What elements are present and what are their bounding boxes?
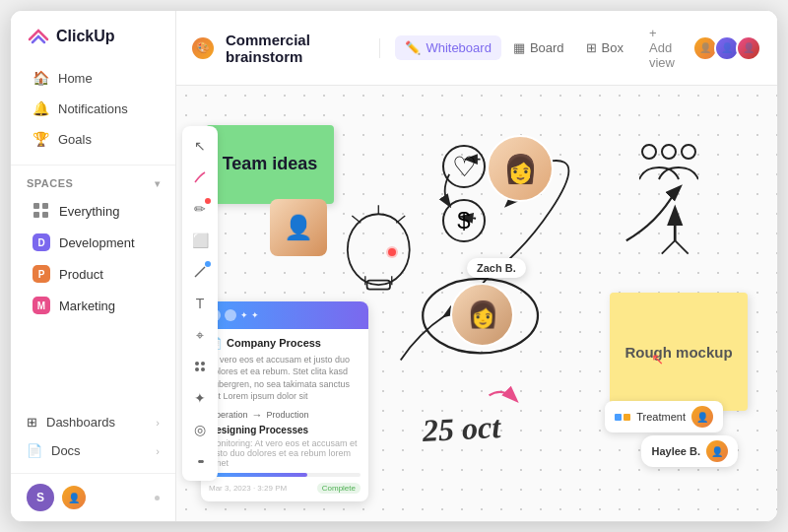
- sticky-note-green[interactable]: Team ideas: [206, 125, 334, 204]
- divider: [11, 165, 175, 166]
- card-row: Operation → Production: [209, 409, 361, 421]
- hand-tool[interactable]: [186, 164, 214, 191]
- dashboards-label: Dashboards: [46, 415, 115, 430]
- treatment-label: Treatment: [636, 411, 686, 423]
- tab-whiteboard[interactable]: ✏️ Whiteboard: [395, 35, 500, 60]
- more-tool[interactable]: •••: [186, 447, 214, 475]
- person-face-3: 👩: [452, 285, 512, 345]
- svg-line-0: [195, 267, 205, 277]
- zach-badge[interactable]: Zach B.: [467, 258, 526, 278]
- line-tool[interactable]: [186, 258, 214, 286]
- treatment-avatar: 👤: [691, 406, 713, 428]
- tab-board[interactable]: ▦ Board: [503, 35, 574, 60]
- svg-point-17: [682, 145, 695, 159]
- active-indicator: [205, 198, 211, 204]
- topbar: 🎨 Commercial brainstorm ✏️ Whiteboard ▦ …: [176, 11, 777, 86]
- logo[interactable]: ClickUp: [11, 11, 175, 58]
- box-icon: ⊞: [586, 40, 597, 55]
- sidebar-item-home[interactable]: 🏠 Home: [17, 63, 169, 93]
- globe-tool[interactable]: ◎: [186, 416, 214, 443]
- more-dot[interactable]: [155, 496, 160, 500]
- sidebar-item-dashboards[interactable]: ⊞ Dashboards ›: [11, 408, 175, 436]
- text-tool[interactable]: T: [186, 290, 214, 317]
- canvas-area[interactable]: ↖ ✏ ⬜ T ⌖ ✦ ◎ •: [176, 86, 777, 521]
- image-tool[interactable]: ⌖: [186, 321, 214, 349]
- docs-icon: 📄: [27, 443, 42, 458]
- sidebar-item-product[interactable]: P Product: [17, 259, 169, 289]
- user-avatars: 👤 👤 👤: [696, 35, 761, 61]
- chevron-down-icon[interactable]: ▾: [155, 178, 161, 189]
- logo-text: ClickUp: [56, 28, 115, 45]
- svg-line-14: [675, 240, 688, 253]
- space-label: Product: [59, 267, 103, 282]
- spaces-header: Spaces ▾: [11, 171, 175, 195]
- sidebar-item-marketing[interactable]: M Marketing: [17, 291, 169, 320]
- sidebar-item-goals[interactable]: 🏆 Goals: [17, 124, 169, 154]
- sidebar-footer: S 👤: [11, 473, 175, 521]
- nav-section: 🏠 Home 🔔 Notifications 🏆 Goals: [11, 58, 175, 159]
- view-tabs: ✏️ Whiteboard ▦ Board ⊞ Box + Add view: [395, 21, 685, 75]
- space-label: Everything: [59, 204, 119, 219]
- company-card[interactable]: ✦ ✦ 📄 Company Process At vero eos et acc…: [201, 301, 368, 501]
- whiteboard-icon: ✏️: [405, 40, 421, 55]
- header-text: ✦ ✦: [240, 310, 259, 320]
- pen-tool[interactable]: ✏: [186, 195, 214, 223]
- svg-line-11: [396, 216, 405, 223]
- tab-label: Board: [530, 40, 564, 55]
- sidebar-item-docs[interactable]: 📄 Docs ›: [11, 436, 175, 465]
- person-photo-3: 👩: [450, 283, 514, 347]
- sidebar-item-development[interactable]: D Development: [17, 228, 169, 257]
- card-title: 📄 Company Process: [209, 337, 361, 350]
- sidebar-item-label: Goals: [58, 132, 92, 147]
- person-face-2: 👩: [489, 137, 552, 200]
- svg-point-1: [195, 362, 199, 366]
- tab-box[interactable]: ⊞ Box: [576, 35, 633, 60]
- page-title: Commercial brainstorm: [226, 32, 363, 65]
- page-icon: 🎨: [192, 37, 214, 59]
- svg-point-16: [662, 145, 676, 159]
- add-view-button[interactable]: + Add view: [639, 21, 685, 75]
- haylee-badge[interactable]: Haylee B. 👤: [641, 435, 738, 467]
- space-label: Marketing: [59, 299, 115, 313]
- separator: [379, 38, 380, 58]
- tab-label: Box: [602, 40, 624, 55]
- card-desc: At vero eos et accusam et justo duo dolo…: [209, 354, 361, 403]
- ai-tool[interactable]: ✦: [186, 384, 214, 412]
- dot-blue: [615, 414, 622, 421]
- widgets-tool[interactable]: [186, 353, 214, 380]
- product-icon: P: [33, 265, 50, 283]
- cursor-pointer-icon: ↖: [651, 350, 664, 368]
- card-header: ✦ ✦: [201, 301, 368, 329]
- svg-line-13: [662, 240, 675, 253]
- person-photo-1: 👤: [270, 199, 327, 256]
- svg-point-4: [201, 367, 205, 371]
- dev-icon: D: [33, 233, 50, 251]
- sidebar-item-label: Home: [58, 71, 93, 86]
- row-right: Production: [267, 410, 309, 420]
- card-date: Mar 3, 2023 · 3:29 PM: [209, 484, 287, 493]
- person-photo-2: 👩: [487, 135, 554, 202]
- svg-point-5: [348, 214, 410, 285]
- chevron-right-icon: ›: [156, 417, 160, 429]
- chevron-right-icon: ›: [156, 445, 160, 457]
- svg-line-10: [352, 216, 361, 223]
- bell-icon: 🔔: [33, 100, 49, 116]
- shapes-tool[interactable]: ⬜: [186, 227, 214, 254]
- sticky-green-text: Team ideas: [223, 154, 318, 175]
- sidebar: ClickUp 🏠 Home 🔔 Notifications 🏆 Goals S…: [11, 11, 176, 521]
- sidebar-bottom: ⊞ Dashboards › 📄 Docs ›: [11, 400, 175, 473]
- svg-point-3: [195, 367, 199, 371]
- doodle-heart-icon: ♡: [442, 145, 486, 188]
- svg-point-15: [642, 145, 656, 159]
- sidebar-item-everything[interactable]: Everything: [17, 196, 169, 226]
- arrow-icon: →: [252, 409, 263, 421]
- dot-orange: [624, 414, 630, 421]
- cursor-tool[interactable]: ↖: [186, 132, 214, 160]
- add-view-label: + Add view: [649, 26, 675, 70]
- tab-label: Whiteboard: [426, 40, 491, 55]
- treatment-badge[interactable]: Treatment 👤: [605, 401, 723, 432]
- sticky-note-yellow[interactable]: Rough mockup: [610, 293, 748, 411]
- header-icon: [225, 309, 236, 321]
- svg-rect-6: [367, 281, 390, 290]
- sidebar-item-notifications[interactable]: 🔔 Notifications: [17, 94, 169, 123]
